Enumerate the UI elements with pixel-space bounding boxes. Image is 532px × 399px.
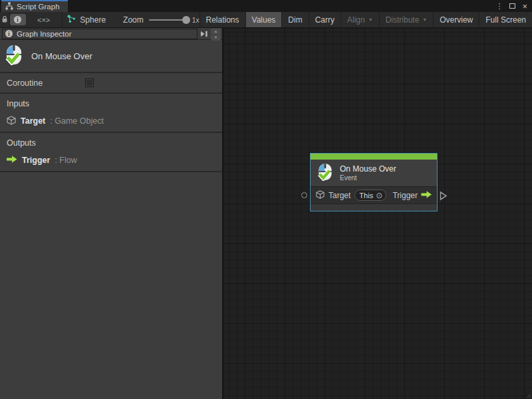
graph-canvas[interactable]: On Mouse Over Event Target This ⊙ [223, 28, 532, 399]
coroutine-row: Coroutine [0, 73, 222, 94]
info-icon: i [5, 30, 13, 37]
chevron-down-icon: ▼ [422, 17, 427, 22]
cube-icon [7, 116, 16, 127]
panel-scroll-arrows: ▲ ▼ [211, 29, 221, 41]
scroll-up-button[interactable]: ▲ [211, 29, 221, 35]
node-output-label: Trigger [392, 191, 418, 200]
window-menu-icon[interactable]: ⋮ [495, 3, 503, 10]
tab-label: Script Graph [17, 3, 60, 11]
dock-panel-button[interactable] [198, 29, 211, 39]
outputs-section: Outputs Trigger : Flow [0, 133, 222, 172]
script-graph-tab-icon [5, 2, 13, 11]
tab-script-graph[interactable]: Script Graph [1, 0, 68, 12]
align-dropdown[interactable]: Align ▼ [341, 12, 379, 27]
info-icon: i [14, 16, 21, 23]
outputs-header: Outputs [0, 138, 222, 148]
node-title: On Mouse Over [340, 164, 396, 174]
values-button[interactable]: Values [246, 12, 282, 27]
scroll-down-button[interactable]: ▼ [211, 35, 221, 41]
flow-arrow-icon [421, 191, 432, 200]
node-footer [311, 203, 437, 211]
inputs-header: Inputs [0, 99, 222, 109]
coroutine-checkbox[interactable] [85, 78, 94, 87]
unit-title-row: On Mouse Over [0, 40, 222, 73]
zoom-slider[interactable] [149, 15, 188, 25]
chevron-down-icon: ▼ [368, 17, 373, 22]
full-screen-button[interactable]: Full Screen [479, 12, 532, 27]
graph-inspector-panel: i Graph Inspector ▲ ▼ [0, 28, 223, 399]
input-port-name: Target [21, 116, 45, 126]
zoom-value: 1x [192, 16, 200, 24]
script-graph-window: Script Graph ⋮ × i <×> [0, 0, 532, 399]
inspector-header: i Graph Inspector [0, 28, 222, 40]
zoom-slider-handle[interactable] [182, 16, 190, 24]
input-port-row: Target : Game Object [0, 116, 222, 126]
dock-icon [200, 28, 208, 40]
toolbar-button-group: Relations Values Dim Carry Align ▼ Distr… [200, 12, 532, 27]
resize-grip[interactable] [525, 392, 531, 398]
value-input-port[interactable] [301, 192, 307, 198]
unit-title: On Mouse Over [31, 51, 92, 61]
distribute-dropdown[interactable]: Distribute ▼ [380, 12, 434, 27]
main-area: i Graph Inspector ▲ ▼ [0, 28, 532, 399]
on-mouse-over-icon [317, 163, 333, 184]
tab-bar: Script Graph ⋮ × [0, 0, 532, 12]
graph-target-label: Sphere [80, 15, 106, 25]
flow-arrow-icon [7, 156, 17, 165]
node-output-group: Trigger [392, 191, 432, 200]
maximize-icon[interactable] [509, 3, 515, 9]
inspector-title: Graph Inspector [17, 30, 71, 38]
relations-button[interactable]: Relations [200, 12, 245, 27]
target-value: This [359, 192, 373, 200]
output-port-row: Trigger : Flow [0, 155, 222, 166]
on-mouse-over-node[interactable]: On Mouse Over Event Target This ⊙ [310, 153, 438, 211]
output-port-type: : Flow [55, 156, 76, 165]
graph-toolbar: i <×> Sphere Zoom 1x R [0, 12, 532, 28]
lock-icon [1, 14, 8, 26]
carry-button[interactable]: Carry [309, 12, 340, 27]
script-graph-asset-icon [67, 15, 76, 25]
object-picker-icon[interactable]: ⊙ [376, 192, 382, 200]
dim-button[interactable]: Dim [282, 12, 308, 27]
inspector-toggle-button[interactable]: i [10, 12, 26, 27]
inputs-section: Inputs Target : Game Object [0, 94, 222, 133]
graph-target-chip[interactable]: Sphere [62, 15, 106, 25]
inspector-header-field: i Graph Inspector [2, 29, 198, 39]
window-controls: ⋮ × [495, 0, 527, 12]
zoom-label: Zoom [123, 15, 144, 25]
output-port-name: Trigger [22, 156, 50, 165]
node-subtitle: Event [340, 174, 396, 182]
coroutine-label: Coroutine [7, 78, 85, 88]
node-header[interactable]: On Mouse Over Event [311, 160, 437, 186]
lock-button[interactable] [0, 12, 9, 27]
target-value-field[interactable]: This ⊙ [354, 190, 386, 201]
code-icon: <×> [37, 16, 50, 24]
node-titles: On Mouse Over Event [340, 164, 396, 182]
input-port-type: : Game Object [50, 116, 104, 126]
cube-icon [316, 190, 325, 201]
on-mouse-over-icon [5, 45, 23, 67]
flow-output-port[interactable] [440, 191, 448, 203]
overview-button[interactable]: Overview [434, 12, 479, 27]
node-input-label: Target [329, 191, 350, 200]
close-icon[interactable]: × [522, 2, 527, 11]
node-port-row: Target This ⊙ Trigger [311, 186, 437, 203]
inspector-toggle-selected: i [10, 14, 26, 25]
edit-source-button[interactable]: <×> [26, 12, 62, 27]
node-accent-bar [311, 154, 437, 160]
